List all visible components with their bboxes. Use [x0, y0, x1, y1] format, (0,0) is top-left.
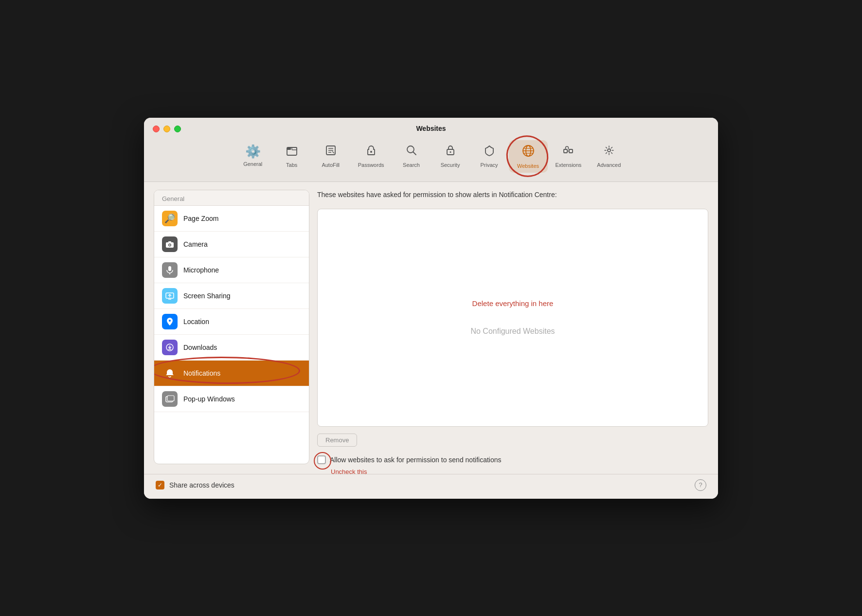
general-icon: ⚙️ — [245, 144, 261, 159]
title-bar: Websites ⚙️ General Tabs AutoFill — [144, 118, 718, 182]
screen-sharing-icon — [162, 288, 178, 304]
tab-privacy[interactable]: Privacy — [470, 140, 509, 173]
svg-point-22 — [169, 244, 171, 246]
security-label: Security — [441, 162, 460, 168]
microphone-icon — [162, 262, 178, 278]
location-label: Location — [183, 318, 209, 326]
sidebar-item-screen-sharing[interactable]: Screen Sharing — [154, 283, 309, 309]
sidebar-item-page-zoom[interactable]: 🔎 Page Zoom — [154, 206, 309, 232]
search-label: Search — [403, 162, 420, 168]
tab-extensions[interactable]: Extensions — [548, 140, 590, 173]
sidebar-item-microphone[interactable]: Microphone — [154, 257, 309, 283]
camera-icon — [162, 236, 178, 252]
svg-rect-17 — [564, 149, 567, 153]
security-icon — [444, 144, 457, 160]
sidebar-item-wrapper-notifications: Notifications — [154, 361, 309, 386]
svg-point-11 — [449, 151, 451, 153]
svg-point-29 — [169, 320, 171, 322]
downloads-icon — [162, 340, 178, 355]
downloads-label: Downloads — [183, 344, 217, 351]
sidebar-item-popup-windows[interactable]: Pop-up Windows — [154, 386, 309, 412]
svg-rect-1 — [287, 147, 291, 150]
autofill-icon — [324, 144, 337, 160]
bottom-bar: ✓ Share across devices ? — [144, 474, 718, 499]
websites-icon — [521, 144, 535, 161]
tab-autofill[interactable]: AutoFill — [311, 140, 350, 173]
help-button[interactable]: ? — [695, 479, 706, 491]
sidebar: General 🔎 Page Zoom Camera Microphone — [154, 190, 309, 464]
svg-rect-23 — [168, 241, 171, 243]
popup-windows-label: Pop-up Windows — [183, 395, 235, 403]
sidebar-item-camera[interactable]: Camera — [154, 232, 309, 257]
svg-rect-18 — [569, 149, 573, 153]
tabs-label: Tabs — [286, 162, 297, 168]
svg-rect-2 — [292, 147, 297, 150]
general-label: General — [243, 161, 262, 167]
uncheck-annotation-label: Uncheck this — [331, 468, 367, 475]
uncheck-circle-annotation — [314, 452, 331, 470]
main-content: General 🔎 Page Zoom Camera Microphone — [144, 182, 718, 474]
minimize-button[interactable] — [163, 126, 170, 132]
delete-annotation: Delete everything in here — [472, 299, 554, 308]
toolbar: ⚙️ General Tabs AutoFill Passwords — [233, 138, 629, 177]
sidebar-item-downloads[interactable]: Downloads — [154, 335, 309, 361]
svg-point-7 — [370, 151, 372, 153]
sidebar-section-header: General — [154, 190, 309, 206]
window-title: Websites — [416, 125, 446, 132]
tab-security[interactable]: Security — [431, 140, 470, 173]
tab-advanced[interactable]: Advanced — [589, 140, 629, 173]
sidebar-item-location[interactable]: Location — [154, 309, 309, 335]
search-icon — [405, 144, 418, 160]
location-icon — [162, 314, 178, 329]
page-zoom-label: Page Zoom — [183, 215, 218, 222]
checkbox-row: Allow websites to ask for permission to … — [317, 455, 708, 464]
share-label: Share across devices — [169, 481, 234, 489]
remove-button[interactable]: Remove — [317, 434, 357, 447]
sidebar-item-notifications[interactable]: Notifications — [154, 361, 309, 386]
tab-passwords[interactable]: Passwords — [350, 140, 392, 173]
extensions-label: Extensions — [556, 162, 582, 168]
svg-rect-34 — [167, 396, 174, 401]
svg-line-9 — [413, 152, 416, 155]
svg-point-19 — [608, 149, 611, 152]
privacy-icon — [483, 144, 496, 160]
popup-windows-icon — [162, 391, 178, 407]
safari-preferences-window: Websites ⚙️ General Tabs AutoFill — [144, 118, 718, 499]
autofill-label: AutoFill — [322, 162, 340, 168]
websites-table: Delete everything in here No Configured … — [317, 209, 708, 427]
notifications-icon — [162, 365, 178, 381]
notifications-label: Notifications — [183, 369, 220, 377]
screen-sharing-label: Screen Sharing — [183, 292, 231, 300]
sidebar-scroll-area[interactable]: 🔎 Page Zoom Camera Microphone — [154, 206, 309, 464]
passwords-icon — [365, 144, 377, 160]
advanced-label: Advanced — [597, 162, 621, 168]
tab-general[interactable]: ⚙️ General — [233, 140, 272, 173]
close-button[interactable] — [153, 126, 160, 132]
camera-label: Camera — [183, 240, 208, 248]
description-text: These websites have asked for permission… — [317, 190, 708, 200]
tab-search[interactable]: Search — [392, 140, 431, 173]
remove-button-wrapper: Remove — [317, 434, 708, 447]
allow-notifications-checkbox[interactable] — [317, 455, 326, 464]
tabs-icon — [286, 144, 298, 160]
svg-rect-24 — [168, 266, 171, 271]
allow-notifications-label: Allow websites to ask for permission to … — [330, 456, 502, 464]
microphone-label: Microphone — [183, 266, 219, 274]
advanced-icon — [603, 144, 615, 160]
extensions-icon — [562, 144, 575, 160]
right-panel: These websites have asked for permission… — [317, 190, 708, 464]
privacy-label: Privacy — [480, 162, 498, 168]
maximize-button[interactable] — [174, 126, 181, 132]
passwords-label: Passwords — [358, 162, 384, 168]
no-configured-websites: No Configured Websites — [470, 327, 555, 336]
tab-tabs[interactable]: Tabs — [272, 140, 311, 173]
websites-label: Websites — [517, 163, 539, 169]
traffic-lights — [153, 126, 181, 132]
tab-websites[interactable]: Websites — [509, 140, 548, 173]
page-zoom-icon: 🔎 — [162, 211, 178, 226]
share-checkbox[interactable]: ✓ — [156, 481, 164, 489]
